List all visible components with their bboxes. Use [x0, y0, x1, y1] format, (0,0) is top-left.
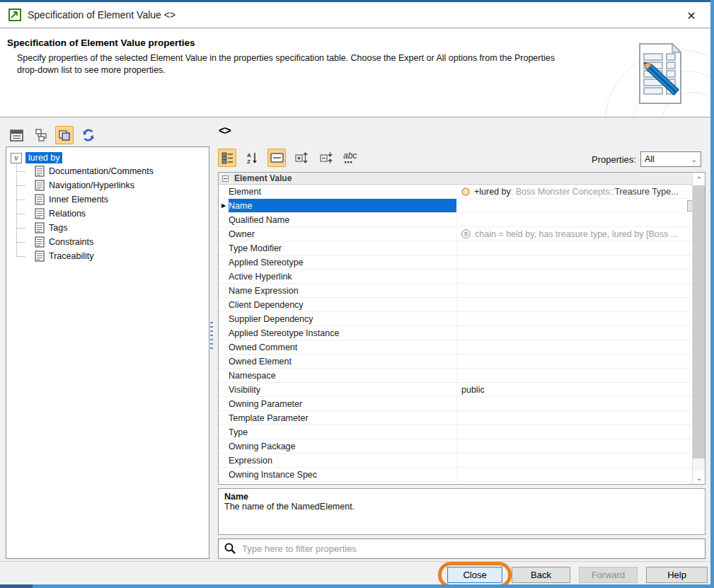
- property-name: Owning Instance Spec: [229, 468, 456, 481]
- tree-connector: [16, 214, 25, 214]
- tree-item-constraints[interactable]: Constraints: [16, 235, 209, 249]
- property-value: ...: [456, 199, 705, 212]
- property-name: Applied Stereotype: [229, 255, 456, 269]
- tree-item-label: Navigation/Hyperlinks: [49, 180, 134, 190]
- tree-item-label: Traceability: [49, 251, 93, 261]
- property-name: Namespace: [229, 369, 456, 382]
- tree-item-documentation-comments[interactable]: Documentation/Comments: [16, 164, 209, 178]
- property-row-client-dependency[interactable]: Client Dependency: [219, 298, 705, 312]
- property-name: Active Hyperlink: [229, 270, 456, 283]
- property-row-applied-stereotype[interactable]: Applied Stereotype: [219, 255, 705, 270]
- scrollbar-thumb[interactable]: [693, 185, 706, 459]
- property-name: Qualified Name: [229, 213, 456, 226]
- document-icon: [35, 250, 45, 262]
- row-gutter: [219, 312, 229, 325]
- tree-item-navigation-hyperlinks[interactable]: Navigation/Hyperlinks: [16, 178, 209, 192]
- vertical-scrollbar[interactable]: ⌃ ⌄: [692, 173, 705, 484]
- property-group-label: Element Value: [234, 173, 292, 183]
- expand-nodes-icon[interactable]: [292, 149, 311, 167]
- window-border-corner: [0, 584, 33, 588]
- property-row-element[interactable]: Element+lured by : Boss Monster Concepts…: [219, 185, 705, 199]
- tree-view-icon[interactable]: [31, 126, 50, 144]
- tree-item-tags[interactable]: Tags: [16, 221, 209, 235]
- property-value: [456, 411, 705, 425]
- property-row-owned-element[interactable]: Owned Element: [219, 354, 705, 369]
- dialog-body: v lured by Documentation/CommentsNavigat…: [0, 117, 710, 584]
- property-value: [456, 284, 705, 297]
- row-gutter: [219, 227, 229, 241]
- filter-properties-input[interactable]: Type here to filter properties: [218, 538, 706, 559]
- property-row-type-modifier[interactable]: Type Modifier: [219, 241, 705, 255]
- categorized-view-icon[interactable]: [218, 149, 236, 167]
- property-row-template-parameter[interactable]: Template Parameter: [219, 411, 705, 425]
- property-row-supplier-dependency[interactable]: Supplier Dependency: [219, 312, 705, 326]
- document-icon: [35, 236, 45, 248]
- property-group-header[interactable]: Element Value: [219, 173, 705, 185]
- property-row-expression[interactable]: Expression: [219, 454, 705, 468]
- properties-mode-select[interactable]: All ⌄: [640, 151, 701, 167]
- property-name: Visibility: [229, 383, 456, 396]
- property-row-applied-stereotype-instance[interactable]: Applied Stereotype Instance: [219, 326, 705, 340]
- property-name: Owning Package: [229, 439, 456, 453]
- property-value: +lured by : Boss Monster Concepts::Treas…: [456, 185, 705, 198]
- tree-root-item[interactable]: v lured by: [11, 151, 209, 164]
- table-view-icon[interactable]: [7, 126, 25, 144]
- tree-item-label: Inner Elements: [49, 195, 108, 204]
- compare-view-icon[interactable]: [55, 126, 74, 144]
- collapse-group-icon[interactable]: [222, 175, 229, 182]
- back-button[interactable]: Back: [512, 567, 570, 583]
- app-specification-icon: [8, 8, 21, 21]
- property-row-owned-comment[interactable]: Owned Comment: [219, 340, 705, 354]
- svg-text:abc: abc: [343, 151, 357, 161]
- property-row-name-expression[interactable]: Name Expression: [219, 284, 705, 298]
- row-gutter: [219, 439, 229, 453]
- properties-mode-value: All: [645, 154, 655, 164]
- property-row-owning-parameter[interactable]: Owning Parameter: [219, 397, 705, 411]
- property-row-type[interactable]: Type: [219, 425, 705, 439]
- show-description-icon[interactable]: [267, 149, 286, 167]
- scroll-down-icon[interactable]: ⌄: [693, 471, 706, 484]
- tree-item-traceability[interactable]: Traceability: [16, 249, 209, 263]
- row-gutter: [219, 241, 229, 255]
- selected-row-marker-icon: ▶: [221, 202, 226, 209]
- panel-splitter-handle[interactable]: [210, 322, 213, 349]
- property-value: [456, 425, 705, 439]
- window-border-top: [0, 0, 714, 2]
- search-icon: [224, 543, 236, 555]
- row-gutter: [219, 454, 229, 467]
- scroll-up-icon[interactable]: ⌃: [693, 173, 706, 185]
- property-row-qualified-name[interactable]: Qualified Name: [219, 213, 705, 227]
- property-row-active-hyperlink[interactable]: Active Hyperlink: [219, 270, 705, 284]
- property-row-owning-instance-spec[interactable]: Owning Instance Spec: [219, 468, 705, 482]
- property-row-namespace[interactable]: Namespace: [219, 369, 705, 383]
- close-button[interactable]: Close: [447, 567, 502, 583]
- tree-item-relations[interactable]: Relations: [16, 207, 209, 221]
- tree-item-label: Tags: [49, 223, 67, 233]
- close-icon[interactable]: ✕: [682, 6, 701, 25]
- slot-icon: S: [461, 229, 471, 238]
- property-row-name[interactable]: ▶Name...: [219, 199, 705, 213]
- property-row-owner[interactable]: OwnerSchain = held by, has treasure type…: [219, 227, 705, 241]
- banner-description: Specify properties of the selected Eleme…: [17, 52, 583, 76]
- description-text: The name of the NamedElement.: [224, 502, 699, 512]
- tree-item-label: Relations: [49, 209, 86, 219]
- property-value: [456, 340, 705, 354]
- tree-connector: [16, 242, 25, 243]
- property-name: Type Modifier: [229, 241, 456, 255]
- svg-text:A: A: [247, 152, 251, 158]
- tree-connector: [16, 171, 25, 172]
- help-button[interactable]: Help: [646, 567, 708, 583]
- collapse-nodes-icon[interactable]: [317, 149, 335, 167]
- property-row-owning-package[interactable]: Owning Package: [219, 439, 705, 454]
- row-gutter: [219, 298, 229, 311]
- chevron-down-icon: ⌄: [691, 156, 696, 163]
- forward-button: Forward: [579, 567, 638, 583]
- refresh-icon[interactable]: [79, 126, 98, 144]
- row-gutter: [219, 340, 229, 354]
- tree-toolbar: [7, 126, 98, 144]
- dialog-footer: CloseBackForwardHelp: [0, 561, 710, 584]
- tree-item-inner-elements[interactable]: Inner Elements: [16, 192, 209, 207]
- property-row-visibility[interactable]: Visibilitypublic: [219, 383, 705, 397]
- customize-abc-icon[interactable]: abc: [342, 149, 360, 167]
- sort-alphabetically-icon[interactable]: AZ: [243, 149, 261, 167]
